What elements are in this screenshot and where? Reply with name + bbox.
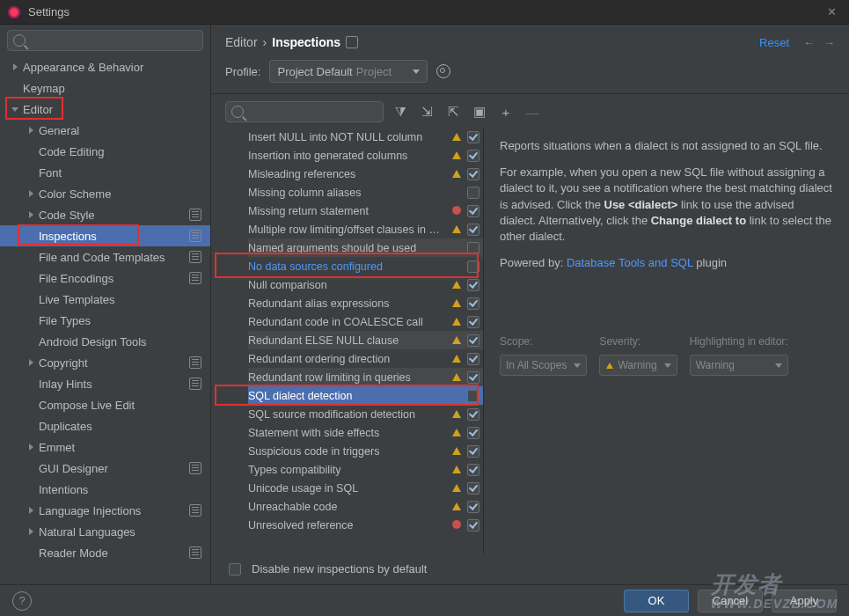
inspection-checkbox[interactable] xyxy=(467,205,479,217)
back-icon[interactable]: ← xyxy=(803,36,815,49)
filter-icon[interactable]: ⧩ xyxy=(391,102,410,121)
sidebar-item-font[interactable]: Font xyxy=(0,162,210,183)
inspection-checkbox[interactable] xyxy=(467,353,479,365)
inspection-checkbox[interactable] xyxy=(467,279,479,291)
inspection-row[interactable]: Named arguments should be used xyxy=(248,238,483,257)
inspection-row[interactable]: Unicode usage in SQL xyxy=(248,479,483,497)
sidebar-item-reader-mode[interactable]: Reader Mode xyxy=(0,542,210,563)
inspection-checkbox[interactable] xyxy=(467,501,479,513)
inspection-row[interactable]: Redundant alias expressions xyxy=(248,294,483,312)
close-icon[interactable]: ✕ xyxy=(821,5,842,18)
add-icon[interactable]: + xyxy=(496,102,516,121)
forward-icon[interactable]: → xyxy=(823,36,835,49)
inspection-checkbox[interactable] xyxy=(467,224,479,236)
expand-all-icon[interactable]: ⇲ xyxy=(417,102,436,121)
inspection-row[interactable]: Types compatibility xyxy=(248,460,483,479)
disable-checkbox[interactable] xyxy=(229,563,241,576)
reset-link[interactable]: Reset xyxy=(759,36,789,49)
sidebar-item-live-templates[interactable]: Live Templates xyxy=(0,289,210,310)
gear-icon[interactable] xyxy=(436,64,450,78)
sidebar-item-file-encodings[interactable]: File Encodings xyxy=(0,268,210,289)
inspection-checkbox[interactable] xyxy=(467,482,479,495)
inspection-checkbox[interactable] xyxy=(467,242,479,254)
profile-combo[interactable]: Project Default Project xyxy=(269,60,428,83)
sidebar-item-duplicates[interactable]: Duplicates xyxy=(0,415,210,436)
inspection-row[interactable]: Missing column aliases xyxy=(248,183,483,202)
inspection-row[interactable]: No data sources configured xyxy=(248,257,483,275)
apply-button[interactable]: Apply xyxy=(772,590,837,612)
inspection-row[interactable]: Missing return statement xyxy=(248,202,483,220)
inspection-row[interactable]: Unreachable code xyxy=(248,497,483,516)
inspection-checkbox[interactable] xyxy=(467,316,479,328)
inspection-checkbox[interactable] xyxy=(467,187,479,199)
inspection-label: Redundant ELSE NULL clause xyxy=(248,334,450,347)
inspection-row[interactable]: Redundant ELSE NULL clause xyxy=(248,331,483,349)
sidebar-item-copyright[interactable]: Copyright xyxy=(0,352,210,373)
inspection-row[interactable]: Misleading references xyxy=(248,165,483,183)
sidebar-item-color-scheme[interactable]: Color Scheme xyxy=(0,183,210,204)
inspection-row[interactable]: Statement with side effects xyxy=(248,423,483,442)
inspection-checkbox[interactable] xyxy=(467,131,479,143)
collapse-all-icon[interactable]: ⇱ xyxy=(443,102,463,121)
inspection-checkbox[interactable] xyxy=(467,427,479,439)
help-icon[interactable]: ? xyxy=(12,591,32,611)
plugin-link[interactable]: Database Tools and SQL xyxy=(567,256,693,269)
inspection-row[interactable]: Null comparison xyxy=(248,275,483,294)
inspection-row[interactable]: Unresolved reference xyxy=(248,516,483,534)
sidebar-item-appearance-behavior[interactable]: Appearance & Behavior xyxy=(0,56,210,77)
more-icon[interactable]: — xyxy=(523,102,542,121)
highlighting-label: Highlighting in editor: xyxy=(690,334,788,349)
sidebar-item-gui-designer[interactable]: GUI Designer xyxy=(0,458,210,479)
highlighting-combo[interactable]: Warning xyxy=(690,355,788,376)
inspection-checkbox[interactable] xyxy=(467,371,479,384)
sidebar-item-emmet[interactable]: Emmet xyxy=(0,436,210,458)
inspection-checkbox[interactable] xyxy=(467,464,479,476)
profile-value: Project Default xyxy=(277,65,352,78)
sidebar-item-compose-live-edit[interactable]: Compose Live Edit xyxy=(0,394,210,415)
inspection-row[interactable]: SQL dialect detection xyxy=(248,386,483,405)
inspection-row[interactable]: Insertion into generated columns xyxy=(248,146,483,165)
inspection-checkbox[interactable] xyxy=(467,168,479,180)
cancel-button[interactable]: Cancel xyxy=(698,590,763,612)
sidebar-item-keymap[interactable]: Keymap xyxy=(0,77,210,99)
inspection-row[interactable]: Redundant ordering direction xyxy=(248,349,483,368)
view-icon[interactable]: ▣ xyxy=(470,102,489,121)
sidebar-item-editor[interactable]: Editor xyxy=(0,99,210,120)
scope-combo[interactable]: In All Scopes xyxy=(500,355,587,376)
inspection-checkbox[interactable] xyxy=(467,445,479,458)
inspection-search-input[interactable] xyxy=(244,106,377,118)
inspection-checkbox[interactable] xyxy=(467,150,479,162)
inspection-row[interactable]: Multiple row limiting/offset clauses in … xyxy=(248,220,483,238)
sidebar-item-inspections[interactable]: Inspections xyxy=(0,225,210,246)
disable-new-row[interactable]: Disable new inspections by default xyxy=(211,554,849,584)
sidebar-item-file-types[interactable]: File Types xyxy=(0,310,210,331)
sidebar-item-general[interactable]: General xyxy=(0,120,210,141)
inspection-checkbox[interactable] xyxy=(467,334,479,347)
breadcrumb-editor[interactable]: Editor xyxy=(225,35,258,49)
inspection-search[interactable] xyxy=(225,101,384,122)
inspection-row[interactable]: Redundant row limiting in queries xyxy=(248,368,483,386)
inspection-row[interactable]: Redundant code in COALESCE call xyxy=(248,312,483,331)
sidebar-search[interactable] xyxy=(7,30,203,51)
sidebar-item-android-design-tools[interactable]: Android Design Tools xyxy=(0,331,210,352)
inspection-row[interactable]: SQL source modification detection xyxy=(248,405,483,423)
sidebar-item-file-and-code-templates[interactable]: File and Code Templates xyxy=(0,246,210,268)
inspection-checkbox[interactable] xyxy=(467,390,479,402)
sidebar-item-language-injections[interactable]: Language Injections xyxy=(0,500,210,521)
inspection-checkbox[interactable] xyxy=(467,297,479,310)
inspection-checkbox[interactable] xyxy=(467,260,479,273)
sidebar-item-code-style[interactable]: Code Style xyxy=(0,204,210,225)
warning-icon xyxy=(450,297,464,310)
sidebar-item-inlay-hints[interactable]: Inlay Hints xyxy=(0,373,210,394)
severity-combo[interactable]: Warning xyxy=(599,355,677,376)
sidebar-search-input[interactable] xyxy=(26,34,197,47)
ok-button[interactable]: OK xyxy=(624,590,689,612)
inspection-row[interactable]: Suspicious code in triggers xyxy=(248,442,483,460)
sidebar-item-natural-languages[interactable]: Natural Languages xyxy=(0,521,210,542)
inspection-checkbox[interactable] xyxy=(467,519,479,532)
inspection-checkbox[interactable] xyxy=(467,408,479,421)
inspection-row[interactable]: Insert NULL into NOT NULL column xyxy=(248,128,483,146)
sidebar-item-code-editing[interactable]: Code Editing xyxy=(0,141,210,162)
sidebar-item-intentions[interactable]: Intentions xyxy=(0,479,210,500)
search-icon xyxy=(231,106,244,118)
